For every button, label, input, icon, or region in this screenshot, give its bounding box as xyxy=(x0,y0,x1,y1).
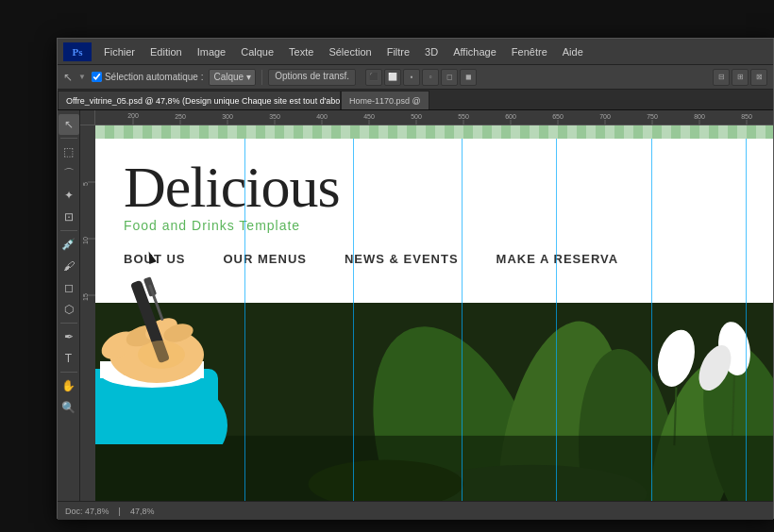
nav-item-reservation: MAKE A RESERVA xyxy=(496,252,619,266)
tab-home[interactable]: Home-1170.psd @ xyxy=(341,91,429,109)
svg-text:550: 550 xyxy=(458,113,469,120)
eyedropper-tool[interactable]: 💉 xyxy=(59,234,79,255)
dist-h-icon[interactable]: ⊟ xyxy=(713,69,730,86)
svg-marker-61 xyxy=(145,250,157,264)
ruler-v-svg: 5 10 15 xyxy=(80,125,95,501)
svg-text:650: 650 xyxy=(552,113,564,120)
auto-select-checkbox-area[interactable]: Sélection automatique : xyxy=(92,72,204,82)
menu-fichier[interactable]: Fichier xyxy=(97,44,142,59)
status-text: Doc: 47,8% xyxy=(65,507,109,516)
menu-affichage[interactable]: Affichage xyxy=(446,44,503,59)
marquee-tool[interactable]: ⬚ xyxy=(59,141,79,162)
status-bar: Doc: 47,8% | 47,8% xyxy=(58,501,773,520)
guide-line-6 xyxy=(746,139,747,501)
menu-calque[interactable]: Calque xyxy=(234,44,280,59)
hand-tool[interactable]: ✋ xyxy=(59,375,79,396)
menu-fenetre[interactable]: Fenêtre xyxy=(505,44,554,59)
toolbar-separator-3 xyxy=(60,323,77,324)
canvas-area: ↖ ⬚ ⌒ ✦ ⊡ 💉 🖌 ◻ ⬡ ✒ T ✋ 🔍 xyxy=(58,110,773,501)
nav-item-news: NEWS & EVENTS xyxy=(345,252,459,266)
layer-dropdown[interactable]: Calque ▾ xyxy=(209,69,256,86)
svg-text:5: 5 xyxy=(82,182,89,186)
svg-text:300: 300 xyxy=(222,113,233,120)
menu-image[interactable]: Image xyxy=(191,44,233,59)
svg-text:10: 10 xyxy=(82,237,89,244)
status-separator: | xyxy=(119,507,121,516)
svg-text:600: 600 xyxy=(505,113,516,120)
ruler-top-row: 200 250 300 350 400 450 500 xyxy=(80,110,773,125)
hand-illustration xyxy=(95,199,275,425)
move-tool[interactable]: ↖ xyxy=(59,114,79,135)
guide-line-3 xyxy=(462,139,463,501)
options-bar: ↖ ▼ Sélection automatique : Calque ▾ Opt… xyxy=(58,65,773,90)
tab-label-0: Offre_vitrine_05.psd @ 47,8% (Design uni… xyxy=(66,96,341,106)
svg-rect-29 xyxy=(80,125,95,501)
guide-line-2 xyxy=(353,139,354,501)
svg-text:15: 15 xyxy=(82,293,89,301)
toolbar-separator-1 xyxy=(60,138,77,139)
svg-text:700: 700 xyxy=(599,113,611,120)
text-tool[interactable]: T xyxy=(59,348,79,369)
guide-line-5 xyxy=(651,139,652,501)
svg-rect-0 xyxy=(95,110,773,125)
auto-select-label: Sélection automatique : xyxy=(105,72,204,82)
photoshop-window: Ps Fichier Edition Image Calque Texte Sé… xyxy=(57,38,774,519)
ruler-area: 200 250 300 350 400 450 500 xyxy=(80,110,773,501)
hand-svg xyxy=(95,199,275,444)
align-middle-icon[interactable]: ◻ xyxy=(441,69,458,86)
dist-v-icon[interactable]: ⊞ xyxy=(732,69,749,86)
tab-bar: Offre_vitrine_05.psd @ 47,8% (Design uni… xyxy=(58,90,773,110)
menu-edition[interactable]: Edition xyxy=(143,44,189,59)
magic-wand-tool[interactable]: ✦ xyxy=(59,185,79,206)
lasso-tool[interactable]: ⌒ xyxy=(59,163,79,184)
svg-point-63 xyxy=(138,341,185,369)
auto-select-checkbox[interactable] xyxy=(92,72,102,82)
horizontal-ruler: 200 250 300 350 400 450 500 xyxy=(95,110,773,125)
canvas-with-ruler: 5 10 15 Delicious Food a xyxy=(80,125,773,501)
eraser-tool[interactable]: ◻ xyxy=(59,277,79,298)
distribute-icons-group: ⊟ ⊞ ⊠ xyxy=(713,69,767,86)
svg-text:250: 250 xyxy=(175,113,186,120)
brush-tool[interactable]: 🖌 xyxy=(59,256,79,276)
menu-aide[interactable]: Aide xyxy=(556,44,590,59)
menu-selection[interactable]: Sélection xyxy=(322,44,378,59)
website-mockup: Delicious Food and Drinks Template BOUT … xyxy=(95,139,773,501)
align-right-icon[interactable]: ▪ xyxy=(403,69,420,86)
svg-text:400: 400 xyxy=(316,113,328,120)
menu-3d[interactable]: 3D xyxy=(418,44,445,59)
ruler-corner xyxy=(80,110,95,125)
svg-text:350: 350 xyxy=(269,113,280,120)
svg-text:800: 800 xyxy=(694,113,705,120)
move-tool-icon: ↖ xyxy=(63,71,73,84)
svg-text:500: 500 xyxy=(411,113,422,120)
align-icons-group: ⬛ ⬜ ▪ ▫ ◻ ◼ xyxy=(365,69,477,86)
align-center-icon[interactable]: ⬜ xyxy=(384,69,401,86)
ruler-h-svg: 200 250 300 350 400 450 500 xyxy=(95,110,773,125)
ps-canvas: Delicious Food and Drinks Template BOUT … xyxy=(95,125,773,501)
ps-logo: Ps xyxy=(63,42,92,61)
tab-label-1: Home-1170.psd @ xyxy=(349,96,421,106)
crop-tool[interactable]: ⊡ xyxy=(59,207,79,227)
transform-options-button[interactable]: Options de transf. xyxy=(268,69,356,86)
dist-eq-icon[interactable]: ⊠ xyxy=(750,69,767,86)
toolbar-separator-4 xyxy=(60,372,77,373)
svg-text:200: 200 xyxy=(127,112,139,119)
tab-offre-vitrine[interactable]: Offre_vitrine_05.psd @ 47,8% (Design uni… xyxy=(58,91,341,109)
menu-filtre[interactable]: Filtre xyxy=(380,44,416,59)
svg-text:450: 450 xyxy=(363,113,375,120)
align-left-icon[interactable]: ⬛ xyxy=(365,69,382,86)
align-top-icon[interactable]: ▫ xyxy=(422,69,439,86)
vertical-ruler: 5 10 15 xyxy=(80,125,95,501)
transparency-strip xyxy=(95,125,773,139)
guide-line-4 xyxy=(556,139,557,501)
separator xyxy=(261,70,262,85)
pen-tool[interactable]: ✒ xyxy=(59,326,79,347)
svg-text:750: 750 xyxy=(647,113,658,120)
zoom-tool[interactable]: 🔍 xyxy=(59,397,79,418)
align-bottom-icon[interactable]: ◼ xyxy=(460,69,477,86)
arrow-icon: ▼ xyxy=(78,73,86,81)
paint-bucket-tool[interactable]: ⬡ xyxy=(59,299,79,320)
toolbar-separator-2 xyxy=(60,230,77,231)
toolbar: ↖ ⬚ ⌒ ✦ ⊡ 💉 🖌 ◻ ⬡ ✒ T ✋ 🔍 xyxy=(58,110,80,501)
menu-texte[interactable]: Texte xyxy=(282,44,320,59)
